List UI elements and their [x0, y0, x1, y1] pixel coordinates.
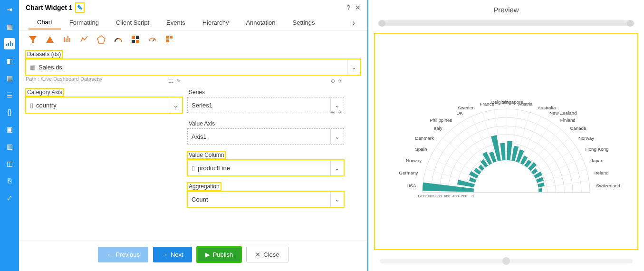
svg-rect-0 — [6, 44, 7, 46]
datasets-dropdown[interactable]: ▦ Sales.ds ⌄ — [26, 59, 361, 75]
value-axis-send-icon[interactable]: ✈ — [338, 109, 342, 116]
series-add-icon[interactable]: ⊕ — [331, 78, 335, 84]
svg-line-38 — [534, 147, 577, 175]
svg-text:UK: UK — [456, 110, 463, 116]
chart-type-treemap-icon[interactable] — [131, 35, 140, 44]
sidebar-item-1[interactable]: ▦ — [4, 21, 15, 32]
sidebar-import-icon[interactable]: ⇥ — [4, 4, 15, 15]
svg-text:Japan: Japan — [591, 158, 604, 163]
value-axis-dropdown[interactable]: Axis1 ⌄ — [187, 128, 344, 145]
sidebar-chart-icon[interactable] — [4, 38, 15, 49]
sidebar-item-8[interactable]: ▥ — [4, 141, 15, 152]
zoom-handle[interactable] — [502, 257, 510, 265]
svg-text:Spain: Spain — [415, 146, 427, 152]
svg-text:Germany: Germany — [399, 170, 418, 175]
svg-text:Denmark: Denmark — [415, 136, 434, 141]
sidebar-item-10[interactable]: ⎘ — [4, 175, 15, 186]
value-column-label: Value Column — [187, 151, 225, 159]
previous-button[interactable]: ←Previous — [98, 247, 148, 262]
tab-bar: Chart Formatting Client Script Events Hi… — [19, 15, 367, 30]
aggregation-value: Count — [192, 196, 208, 203]
svg-text:Italy: Italy — [434, 126, 442, 131]
svg-rect-18 — [170, 36, 173, 39]
series-dropdown[interactable]: Series1 ⌄ — [187, 97, 344, 113]
svg-line-22 — [426, 169, 475, 184]
chart-type-toolbar — [19, 30, 367, 47]
chart-type-candlestick-icon[interactable] — [63, 35, 71, 44]
chart-type-tiles-icon[interactable] — [165, 35, 174, 44]
time-slider[interactable] — [378, 20, 634, 26]
svg-rect-19 — [166, 39, 169, 42]
aggregation-dropdown[interactable]: Count ⌄ — [187, 191, 344, 207]
svg-text:Norway: Norway — [406, 158, 422, 163]
sidebar-item-5[interactable]: ☰ — [4, 89, 15, 101]
help-icon[interactable]: ? — [346, 4, 350, 11]
column-icon: ▯ — [192, 165, 195, 172]
svg-text:Sweden: Sweden — [458, 105, 474, 110]
value-column-dropdown[interactable]: ▯ productLine ⌄ — [187, 160, 344, 176]
slider-handle-left[interactable] — [379, 20, 385, 27]
tab-hierarchy[interactable]: Hierarchy — [194, 16, 238, 29]
series-value: Series1 — [192, 102, 212, 109]
sidebar-item-7[interactable]: ▣ — [4, 124, 15, 135]
svg-text:800: 800 — [435, 194, 442, 198]
sidebar-item-3[interactable]: ◧ — [4, 55, 15, 67]
svg-rect-14 — [132, 40, 135, 43]
svg-rect-6 — [64, 37, 65, 42]
tabs-scroll-right-icon[interactable]: › — [350, 19, 358, 27]
svg-text:Philippines: Philippines — [430, 117, 452, 123]
tab-client-script[interactable]: Client Script — [107, 16, 158, 29]
tab-settings[interactable]: Settings — [284, 16, 324, 29]
close-icon[interactable]: ✕ — [355, 4, 361, 11]
next-button[interactable]: →Next — [153, 247, 192, 262]
chevron-down-icon: ⌄ — [330, 129, 344, 144]
datasets-path: Path : /Live Dashboard Datasets/ — [26, 76, 361, 82]
edit-title-icon[interactable]: ✎ — [76, 3, 84, 12]
close-button[interactable]: ✕Close — [246, 247, 288, 262]
tab-events[interactable]: Events — [158, 16, 194, 29]
zoom-slider[interactable] — [380, 259, 633, 263]
svg-line-27 — [461, 122, 489, 165]
datasets-label: Datasets (ds) — [26, 50, 62, 58]
series-send-icon[interactable]: ✈ — [338, 78, 342, 84]
svg-line-16 — [153, 39, 154, 41]
wizard-buttons: ←Previous →Next ▶Publish ✕Close — [19, 241, 367, 271]
svg-line-24 — [436, 147, 479, 175]
tab-chart[interactable]: Chart — [29, 16, 61, 29]
sidebar-item-11[interactable]: ⤢ — [4, 192, 15, 203]
slider-handle-right[interactable] — [627, 20, 634, 27]
form-area: Datasets (ds) ⟳⌂⊕ ▦ Sales.ds ⌄ Path : /L… — [19, 47, 367, 241]
category-axis-hierarchy-icon[interactable]: ☷ — [169, 78, 173, 84]
svg-point-10 — [82, 38, 84, 39]
x-icon: ✕ — [255, 251, 260, 258]
svg-text:Finland: Finland — [560, 117, 576, 123]
svg-line-40 — [538, 169, 586, 184]
chevron-down-icon: ⌄ — [347, 59, 360, 75]
chart-type-radar-icon[interactable] — [97, 35, 106, 44]
value-axis-value: Axis1 — [192, 133, 207, 140]
chart-type-funnel-icon[interactable] — [29, 35, 37, 44]
svg-rect-8 — [67, 36, 68, 42]
sidebar-item-4[interactable]: ▤ — [4, 72, 15, 84]
svg-text:400: 400 — [452, 194, 459, 198]
publish-button[interactable]: ▶Publish — [197, 247, 242, 262]
chart-type-stock-icon[interactable] — [80, 35, 88, 44]
svg-rect-1 — [8, 43, 9, 46]
arrow-right-icon: → — [162, 251, 168, 258]
tab-annotation[interactable]: Annotation — [237, 16, 284, 29]
category-axis-dropdown[interactable]: ▯ country ⌄ — [26, 97, 183, 113]
chevron-down-icon: ⌄ — [169, 97, 182, 113]
chart-type-gauge-icon[interactable] — [114, 35, 123, 44]
category-axis-edit-icon[interactable]: ✎ — [176, 78, 181, 84]
sidebar-item-9[interactable]: ◫ — [4, 158, 15, 169]
svg-text:USA: USA — [407, 183, 417, 188]
sidebar-item-6[interactable]: {} — [4, 106, 15, 118]
datasets-value: Sales.ds — [38, 64, 62, 71]
svg-marker-4 — [29, 36, 37, 43]
chart-type-pyramid-icon[interactable] — [46, 35, 54, 44]
tab-formatting[interactable]: Formatting — [61, 16, 107, 29]
category-axis-label: Category Axis — [26, 88, 64, 96]
value-axis-add-icon[interactable]: ⊕ — [331, 109, 335, 116]
chart-type-speedometer-icon[interactable] — [148, 35, 157, 44]
aggregation-label: Aggregation — [187, 183, 221, 190]
